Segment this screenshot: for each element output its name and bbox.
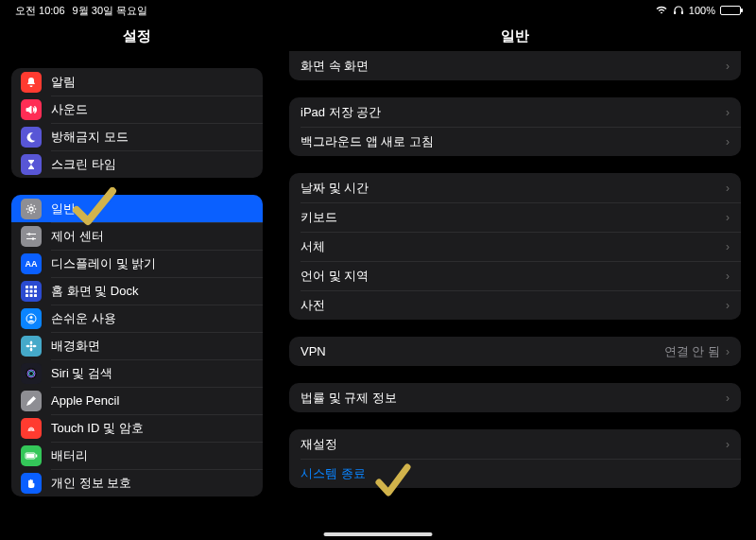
switches-icon [21,226,42,247]
sidebar-item[interactable]: 개인 정보 보호 [11,469,263,496]
sidebar-item-label: 알림 [51,74,253,91]
detail-item[interactable]: 날짜 및 시간› [289,173,741,202]
sidebar-item-label: 손쉬운 사용 [51,310,253,327]
detail-title: 일반 [274,21,756,51]
sidebar-item[interactable]: Siri 및 검색 [11,359,263,387]
settings-sidebar: 설정 알림사운드방해금지 모드스크린 타임 일반제어 센터AA디스플레이 및 밝… [0,21,274,540]
svg-rect-14 [30,294,33,297]
sidebar-item[interactable]: AA디스플레이 및 밝기 [11,250,263,277]
sidebar-item[interactable]: Touch ID 및 암호 [11,414,263,442]
sidebar-item[interactable]: 배터리 [11,442,263,469]
svg-rect-27 [36,454,37,457]
svg-rect-28 [26,454,34,458]
detail-item[interactable]: 재설정› [289,429,741,459]
status-bar: 오전 10:06 9월 30일 목요일 100% [0,0,756,21]
wifi-icon [655,5,668,16]
detail-group: 재설정›시스템 종료 [289,429,741,488]
detail-item[interactable]: 시스템 종료 [289,459,741,488]
sidebar-item[interactable]: 방해금지 모드 [11,123,263,150]
chevron-right-icon: › [726,392,730,405]
speaker-icon [21,99,42,120]
svg-point-20 [30,347,33,351]
detail-item-label: 재설정 [301,436,726,453]
detail-item[interactable]: 서체› [289,232,741,261]
detail-item-label: 백그라운드 앱 새로 고침 [301,133,726,150]
hourglass-icon [21,154,42,175]
chevron-right-icon: › [726,182,730,195]
sidebar-item[interactable]: Apple Pencil [11,387,263,414]
sidebar-item[interactable]: 사운드 [11,96,263,123]
detail-item-label: iPad 저장 공간 [301,104,726,121]
svg-rect-0 [674,11,676,14]
sidebar-item-label: 개인 정보 보호 [51,475,253,492]
sidebar-item-label: 디스플레이 및 밝기 [51,255,253,272]
battery-icon [21,445,42,466]
svg-rect-9 [34,286,37,288]
flower-icon [21,336,42,357]
gear-icon [21,199,42,219]
sidebar-item-label: Apple Pencil [51,393,253,408]
detail-item-label: 날짜 및 시간 [301,180,726,197]
sidebar-item[interactable]: 홈 화면 및 Dock [11,277,263,305]
svg-rect-6 [26,238,36,239]
siri-icon [21,363,42,384]
battery-percent: 100% [689,5,715,16]
detail-item-value: 연결 안 됨 [664,343,720,360]
chevron-right-icon: › [726,270,730,283]
detail-group: 날짜 및 시간›키보드›서체›언어 및 지역›사전› [289,173,741,320]
moon-icon [21,127,42,148]
sidebar-item-label: 홈 화면 및 Dock [51,283,253,300]
finger-icon [21,418,42,439]
detail-item[interactable]: 법률 및 규제 정보› [289,383,741,412]
detail-item[interactable]: 백그라운드 앱 새로 고침› [289,127,741,156]
sidebar-item[interactable]: 제어 센터 [11,222,263,250]
sidebar-item[interactable]: 알림 [11,68,263,96]
detail-pane: 일반 화면 속 화면›iPad 저장 공간›백그라운드 앱 새로 고침›날짜 및… [274,21,756,540]
chevron-right-icon: › [726,60,730,73]
sidebar-item-label: 배경화면 [51,338,253,355]
detail-item-label: 사전 [301,297,726,314]
svg-rect-15 [34,294,37,297]
sidebar-item[interactable]: 일반 [11,195,263,222]
detail-item-label: 서체 [301,238,726,255]
sidebar-item[interactable]: 스크린 타임 [11,150,263,178]
sidebar-item-label: Siri 및 검색 [51,365,253,382]
sidebar-item[interactable]: 배경화면 [11,332,263,359]
detail-item-label: 화면 속 화면 [301,58,726,75]
detail-group: iPad 저장 공간›백그라운드 앱 새로 고침› [289,97,741,156]
svg-point-18 [30,344,33,347]
sidebar-group-1: 알림사운드방해금지 모드스크린 타임 [11,68,263,178]
AA-icon: AA [21,253,42,274]
sidebar-group-2: 일반제어 센터AA디스플레이 및 밝기홈 화면 및 Dock손쉬운 사용배경화면… [11,195,263,496]
detail-group: 법률 및 규제 정보› [289,383,741,412]
svg-rect-13 [26,294,28,297]
detail-item[interactable]: iPad 저장 공간› [289,97,741,127]
detail-item[interactable]: 화면 속 화면› [289,51,741,80]
detail-item[interactable]: VPN연결 안 됨› [289,337,741,366]
svg-point-17 [30,316,33,319]
sidebar-item-label: 사운드 [51,101,253,118]
battery-icon [720,6,741,15]
sidebar-item-label: 제어 센터 [51,228,253,245]
detail-group: 화면 속 화면› [289,51,741,80]
sidebar-item[interactable]: 손쉬운 사용 [11,305,263,332]
detail-item[interactable]: 사전› [289,290,741,320]
person-icon [21,308,42,329]
detail-item-label: 법률 및 규제 정보 [301,390,726,407]
chevron-right-icon: › [726,106,730,119]
status-date: 9월 30일 목요일 [73,4,147,18]
sidebar-item-label: 배터리 [51,447,253,464]
detail-item[interactable]: 키보드› [289,202,741,232]
svg-rect-11 [30,289,33,292]
home-indicator [324,532,433,536]
sidebar-item-label: 스크린 타임 [51,156,253,173]
detail-item-label: 키보드 [301,209,726,226]
svg-rect-10 [26,289,28,292]
svg-rect-4 [26,234,36,235]
hand-icon [21,473,42,494]
grid-icon [21,281,42,302]
chevron-right-icon: › [726,438,730,451]
detail-item[interactable]: 언어 및 지역› [289,261,741,290]
sidebar-title: 설정 [0,21,274,51]
chevron-right-icon: › [726,135,730,148]
